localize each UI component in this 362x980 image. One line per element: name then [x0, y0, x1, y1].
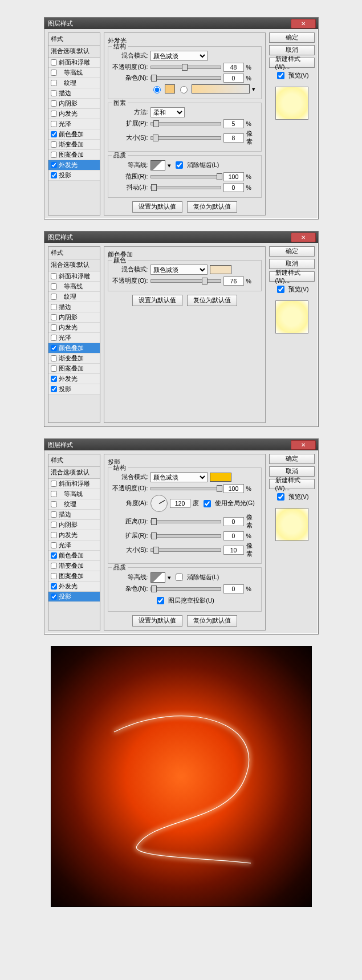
style-item[interactable]: 渐变叠加	[48, 140, 100, 150]
size-slider[interactable]	[151, 136, 221, 140]
opacity-value[interactable]: 100	[223, 484, 244, 493]
style-checkbox[interactable]	[51, 345, 57, 351]
noise-value[interactable]: 0	[223, 584, 244, 593]
style-item[interactable]: 内发光	[48, 109, 100, 119]
style-checkbox[interactable]	[51, 355, 57, 361]
style-item[interactable]: 纹理	[48, 292, 100, 302]
style-checkbox[interactable]	[51, 335, 57, 341]
size-value[interactable]: 10	[223, 546, 244, 555]
cancel-button[interactable]: 取消	[269, 45, 315, 55]
contour-dropdown-icon[interactable]: ▾	[168, 574, 171, 581]
style-item[interactable]: 等高线	[48, 489, 100, 499]
style-item[interactable]: 等高线	[48, 282, 100, 292]
style-checkbox[interactable]	[51, 100, 57, 107]
new-style-button[interactable]: 新建样式(W)...	[269, 271, 315, 282]
set-default-button[interactable]: 设置为默认值	[132, 615, 182, 627]
style-item[interactable]: 投影	[48, 170, 100, 181]
style-checkbox[interactable]	[51, 491, 57, 497]
ok-button[interactable]: 确定	[269, 246, 315, 257]
noise-slider[interactable]	[151, 587, 221, 591]
spread-value[interactable]: 0	[223, 531, 244, 540]
style-item[interactable]: 图案叠加	[48, 150, 100, 160]
size-slider[interactable]	[151, 548, 221, 552]
preview-checkbox[interactable]	[277, 493, 284, 501]
knockout-checkbox[interactable]	[157, 597, 164, 604]
style-item[interactable]: 颜色叠加	[48, 129, 100, 140]
ok-button[interactable]: 确定	[269, 454, 315, 464]
angle-dial[interactable]	[151, 495, 168, 512]
style-checkbox[interactable]	[51, 59, 57, 66]
style-checkbox[interactable]	[51, 121, 57, 127]
noise-value[interactable]: 0	[223, 74, 244, 83]
global-light-checkbox[interactable]	[204, 500, 211, 507]
style-checkbox[interactable]	[51, 294, 57, 300]
style-item[interactable]: 描边	[48, 510, 100, 520]
style-item[interactable]: 渐变叠加	[48, 561, 100, 571]
noise-slider[interactable]	[151, 76, 221, 80]
cancel-button[interactable]: 取消	[269, 259, 315, 269]
style-item[interactable]: 外发光	[48, 582, 100, 592]
style-item[interactable]: 内发光	[48, 323, 100, 333]
blend-mode-select[interactable]: 颜色减淡	[151, 265, 208, 275]
spread-value[interactable]: 5	[223, 119, 244, 128]
distance-slider[interactable]	[151, 520, 221, 523]
spread-slider[interactable]	[151, 122, 221, 125]
style-checkbox[interactable]	[51, 324, 57, 331]
style-item[interactable]: 外发光	[48, 374, 100, 384]
technique-select[interactable]: 柔和	[151, 107, 185, 117]
style-checkbox[interactable]	[51, 522, 57, 528]
opacity-value[interactable]: 76	[223, 276, 244, 286]
style-checkbox[interactable]	[51, 365, 57, 372]
blend-mode-select[interactable]: 颜色减淡	[151, 51, 208, 61]
style-item[interactable]: 内阴影	[48, 520, 100, 530]
style-checkbox[interactable]	[51, 90, 57, 96]
set-default-button[interactable]: 设置为默认值	[132, 295, 182, 306]
style-item[interactable]: 渐变叠加	[48, 353, 100, 364]
new-style-button[interactable]: 新建样式(W)...	[269, 58, 315, 68]
style-checkbox[interactable]	[51, 131, 57, 137]
style-checkbox[interactable]	[51, 563, 57, 569]
style-checkbox[interactable]	[51, 542, 57, 548]
overlay-color-swatch[interactable]	[210, 265, 231, 274]
contour-dropdown-icon[interactable]: ▾	[168, 162, 171, 169]
style-item[interactable]: 投影	[48, 592, 100, 602]
style-checkbox[interactable]	[51, 376, 57, 382]
range-slider[interactable]	[151, 175, 221, 178]
style-checkbox[interactable]	[51, 111, 57, 117]
style-item[interactable]: 投影	[48, 384, 100, 395]
angle-value[interactable]: 120	[170, 499, 190, 508]
opacity-slider[interactable]	[151, 66, 221, 69]
range-value[interactable]: 100	[223, 172, 244, 181]
style-item[interactable]: 纹理	[48, 78, 100, 88]
style-item[interactable]: 纹理	[48, 499, 100, 510]
glow-color-swatch[interactable]	[165, 84, 175, 93]
opacity-slider[interactable]	[151, 487, 221, 490]
style-checkbox[interactable]	[51, 481, 57, 487]
style-checkbox[interactable]	[51, 593, 57, 600]
style-item[interactable]: 光泽	[48, 540, 100, 551]
reset-default-button[interactable]: 复位为默认值	[187, 615, 237, 627]
opacity-slider[interactable]	[151, 279, 221, 283]
cancel-button[interactable]: 取消	[269, 466, 315, 477]
antialias-checkbox[interactable]	[176, 574, 183, 581]
style-item[interactable]: 光泽	[48, 333, 100, 343]
style-checkbox[interactable]	[51, 70, 57, 76]
preview-checkbox[interactable]	[277, 286, 284, 293]
style-checkbox[interactable]	[51, 172, 57, 178]
titlebar[interactable]: 图层样式 ✕	[44, 18, 318, 29]
style-item[interactable]: 描边	[48, 302, 100, 312]
gradient-dropdown-icon[interactable]: ▾	[252, 86, 255, 92]
style-checkbox[interactable]	[51, 511, 57, 518]
style-item[interactable]: 图案叠加	[48, 364, 100, 374]
antialias-checkbox[interactable]	[176, 161, 183, 169]
opacity-value[interactable]: 48	[223, 63, 244, 72]
glow-gradient-swatch[interactable]	[192, 84, 250, 93]
new-style-button[interactable]: 新建样式(W)...	[269, 479, 315, 489]
size-value[interactable]: 8	[223, 133, 244, 143]
style-checkbox[interactable]	[51, 573, 57, 579]
style-item[interactable]: 颜色叠加	[48, 343, 100, 353]
style-item[interactable]: 斜面和浮雕	[48, 271, 100, 282]
blending-options-row[interactable]: 混合选项:默认	[48, 46, 100, 58]
style-checkbox[interactable]	[51, 314, 57, 320]
style-checkbox[interactable]	[51, 501, 57, 507]
